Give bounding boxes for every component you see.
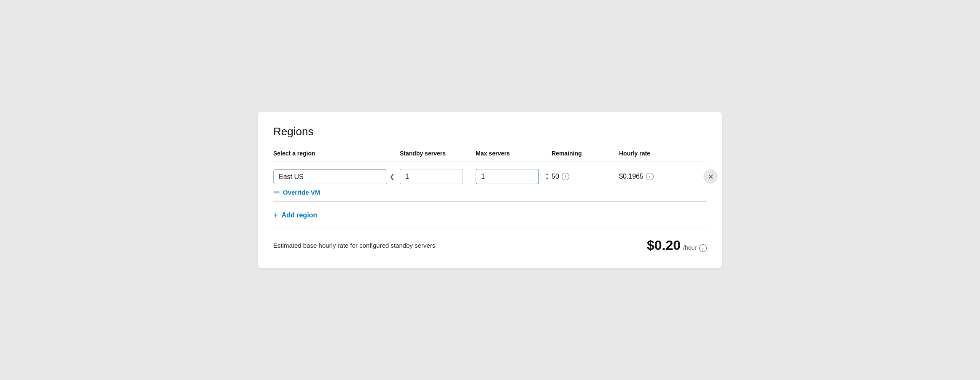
add-region-button[interactable]: + Add region	[273, 211, 317, 219]
remaining-info-icon[interactable]: i	[562, 173, 569, 180]
estimate-row: Estimated base hourly rate for configure…	[273, 228, 707, 257]
header-max-servers: Max servers	[476, 150, 552, 157]
header-hourly-rate: Hourly rate	[619, 150, 703, 157]
regions-card: Regions Select a region Standby servers …	[258, 112, 722, 268]
hourly-rate-value: $0.1965	[619, 173, 643, 180]
remove-cell: ✕	[703, 169, 729, 184]
header-select-region: Select a region	[273, 150, 400, 157]
spinner-up-button[interactable]: ▲	[544, 172, 551, 177]
standby-servers-wrapper	[400, 169, 476, 184]
remaining-value: 50	[552, 173, 559, 180]
header-actions	[703, 150, 729, 157]
estimate-info-icon[interactable]: i	[699, 244, 707, 252]
override-vm-button[interactable]: Override VM	[283, 189, 320, 196]
max-servers-input[interactable]	[476, 169, 539, 184]
estimate-price-value: $0.20	[647, 238, 681, 253]
header-remaining: Remaining	[552, 150, 619, 157]
region-row: East US West US Central US West Europe E…	[273, 161, 707, 202]
add-region-label: Add region	[282, 211, 317, 219]
estimate-price: $0.20 /hour i	[647, 238, 707, 253]
spinner-buttons: ▲ ▼	[544, 169, 551, 184]
estimate-label: Estimated base hourly rate for configure…	[273, 242, 435, 249]
remaining-cell: 50 i	[552, 173, 619, 180]
remove-region-button[interactable]: ✕	[703, 169, 718, 184]
add-region-row: + Add region	[273, 202, 707, 228]
estimate-price-unit: /hour	[683, 244, 697, 251]
override-vm-row: ✏ Override VM	[273, 188, 707, 196]
pencil-icon: ✏	[274, 188, 280, 196]
region-select-wrapper: East US West US Central US West Europe E…	[273, 169, 400, 184]
plus-icon: +	[273, 211, 278, 219]
close-icon: ✕	[708, 173, 713, 181]
region-row-fields: East US West US Central US West Europe E…	[273, 169, 707, 184]
spinner-down-button[interactable]: ▼	[544, 177, 551, 181]
standby-servers-input[interactable]	[400, 169, 463, 184]
hourly-rate-info-icon[interactable]: i	[646, 173, 654, 180]
card-title: Regions	[273, 125, 707, 138]
table-header: Select a region Standby servers Max serv…	[273, 150, 707, 161]
max-servers-wrapper: ▲ ▼	[476, 169, 552, 184]
header-standby-servers: Standby servers	[400, 150, 476, 157]
chevron-down-icon: ❮	[390, 173, 395, 180]
region-select[interactable]: East US West US Central US West Europe E…	[273, 169, 387, 184]
hourly-rate-cell: $0.1965 i	[619, 173, 703, 180]
